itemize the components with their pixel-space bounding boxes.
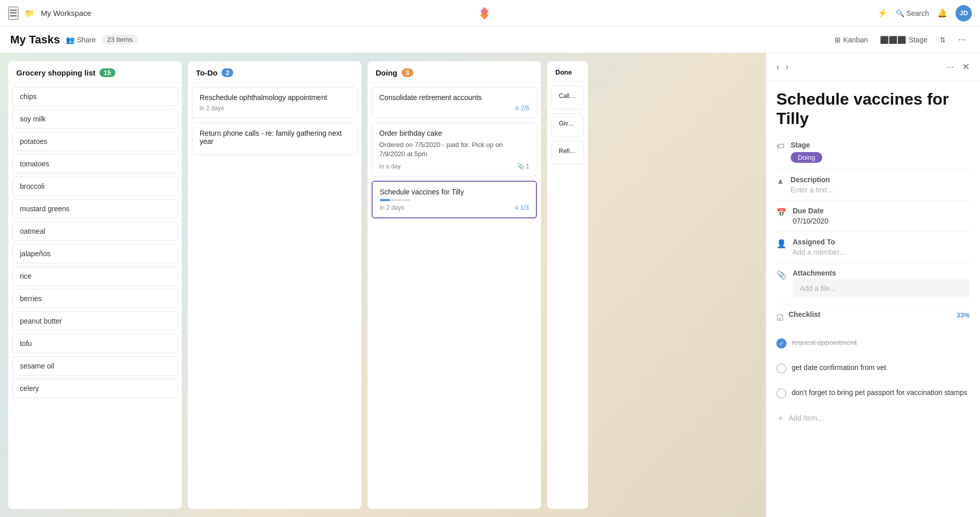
column-doing-title: Doing (376, 68, 398, 77)
kanban-board: Grocery shopping list 15 chips soy milk … (0, 53, 766, 517)
task-title: Consolidate retirement accounts (379, 93, 529, 102)
list-item[interactable]: broccoli (12, 177, 178, 196)
due-date-content: Due Date 07/10/2020 (793, 207, 970, 225)
due-tag: in 2 days (380, 204, 404, 211)
task-title: Refill v... (559, 147, 576, 155)
description-section: ▲ Description Enter a text... (776, 169, 970, 201)
panel-close-button[interactable]: ✕ (960, 59, 972, 75)
checkbox-1[interactable]: ✓ (776, 338, 787, 349)
folder-icon: 📁 (24, 8, 35, 18)
notifications-icon[interactable]: 🔔 (937, 8, 947, 18)
activity-icon[interactable]: ⚡ (877, 8, 888, 18)
panel-title: Schedule vaccines for Tilly (766, 81, 980, 135)
nav-center (97, 6, 871, 20)
share-button[interactable]: 👥 Share (66, 36, 95, 44)
task-card-give[interactable]: Give d... (551, 113, 584, 137)
assigned-to-section: 👤 Assigned To Add a member... (776, 232, 970, 263)
kanban-view-button[interactable]: ⊞ Kanban (830, 34, 872, 46)
calendar-icon: 📅 (776, 208, 787, 217)
stage-icon: ⬛⬛⬛ (880, 36, 906, 44)
panel-body: 🏷 Stage Doing ▲ Description Enter a text… (766, 135, 980, 444)
task-progress: ≡ 1/3 (514, 204, 529, 211)
task-desc: Ordered on 7/5/2020 - paid for. Pick up … (379, 140, 529, 159)
search-button[interactable]: 🔍 Search (896, 9, 929, 17)
sub-header: My Tasks 👥 Share 23 Items ⊞ Kanban ⬛⬛⬛ S… (0, 27, 980, 53)
stage-content: Stage Doing (791, 141, 970, 163)
list-item[interactable]: celery (12, 379, 178, 398)
checklist-header: Checklist 33% (789, 310, 970, 321)
attachments-content: Attachments Add a file... (793, 269, 970, 298)
hamburger-menu[interactable]: ☰ (8, 7, 18, 20)
list-icon: ≡ (514, 204, 518, 211)
column-grocery-title: Grocery shopping list (16, 68, 95, 77)
column-todo: To-Do 2 Reschedule ophthalmology appoint… (188, 61, 361, 509)
main-content: Grocery shopping list 15 chips soy milk … (0, 53, 980, 517)
list-item[interactable]: soy milk (12, 109, 178, 129)
stage-view-button[interactable]: ⬛⬛⬛ Stage (876, 34, 932, 46)
stage-badge[interactable]: Doing (791, 152, 822, 163)
avatar[interactable]: JD (955, 5, 972, 21)
panel-forward-button[interactable]: › (783, 60, 791, 75)
due-date-section: 📅 Due Date 07/10/2020 (776, 201, 970, 232)
list-item[interactable]: sesame oil (12, 356, 178, 376)
checkbox-3[interactable] (776, 388, 787, 399)
checklist-item-text-3: don't forget to bring pet passport for v… (792, 388, 967, 398)
list-item[interactable]: oatmeal (12, 221, 178, 241)
task-meta: in 2 days ≡ 1/3 (380, 204, 529, 211)
due-date-value[interactable]: 07/10/2020 (793, 217, 970, 225)
task-card-vaccines[interactable]: Schedule vaccines for Tilly in 2 days ≡ … (372, 181, 537, 218)
list-item[interactable]: tofu (12, 334, 178, 353)
due-tag: in a day (379, 163, 401, 170)
list-item[interactable]: chips (12, 87, 178, 106)
checklist-item-1: ✓ request appointment (776, 334, 857, 353)
list-item[interactable]: rice (12, 266, 178, 286)
more-options-button[interactable]: ··· (954, 32, 970, 47)
panel-back-button[interactable]: ‹ (774, 60, 781, 75)
column-todo-count: 2 (222, 68, 233, 77)
task-card-phone-calls[interactable]: Return phone calls - re: family gatherin… (192, 122, 357, 155)
share-icon: 👥 (66, 36, 75, 44)
column-done-title: Done (555, 68, 572, 76)
task-card-refill[interactable]: Refill v... (551, 141, 584, 164)
items-count: 23 Items (102, 35, 138, 44)
task-title: Order birthday cake (379, 129, 529, 137)
workspace-name: My Workspace (41, 9, 91, 17)
column-grocery-header: Grocery shopping list 15 (8, 61, 182, 83)
sort-button[interactable]: ⇅ (936, 34, 950, 46)
top-nav: ☰ 📁 My Workspace ⚡ 🔍 Search 🔔 JD (0, 0, 980, 27)
list-item[interactable]: tomatoes (12, 154, 178, 174)
view-controls: ⊞ Kanban ⬛⬛⬛ Stage ⇅ ··· (830, 32, 970, 47)
list-icon: ≡ (515, 105, 519, 112)
list-item[interactable]: berries (12, 289, 178, 308)
column-done-body: Call Le... Give d... Refill v... (547, 82, 588, 509)
task-card-consolidate[interactable]: Consolidate retirement accounts ≡ 2/5 (372, 87, 537, 118)
attachments-icon: 📎 (776, 270, 787, 280)
task-progress: ≡ 2/5 (515, 105, 529, 112)
add-file-button[interactable]: Add a file... (793, 279, 970, 298)
checklist-item-3: don't forget to bring pet passport for v… (776, 384, 967, 403)
add-checklist-item[interactable]: ＋ Add Item... (776, 409, 823, 428)
column-grocery-body: chips soy milk potatoes tomatoes broccol… (8, 83, 182, 509)
progress-text: 2/5 (521, 105, 529, 112)
task-title: Reschedule ophthalmology appointment (200, 93, 350, 102)
task-card-reschedule[interactable]: Reschedule ophthalmology appointment in … (192, 87, 357, 118)
list-item[interactable]: potatoes (12, 132, 178, 151)
column-doing-header: Doing 3 (368, 61, 541, 83)
task-meta: in 2 days (200, 105, 350, 112)
kanban-icon: ⊞ (835, 36, 841, 44)
column-grocery: Grocery shopping list 15 chips soy milk … (8, 61, 182, 509)
list-item[interactable]: peanut butter (12, 311, 178, 331)
panel-top-bar: ‹ › ··· ✕ (766, 53, 980, 81)
task-card-birthday-cake[interactable]: Order birthday cake Ordered on 7/5/2020 … (372, 122, 537, 177)
task-title: Return phone calls - re: family gatherin… (200, 129, 350, 145)
progress-bar (380, 199, 390, 201)
column-doing: Doing 3 Consolidate retirement accounts … (368, 61, 541, 509)
task-card-call[interactable]: Call Le... (551, 86, 584, 109)
checkbox-2[interactable] (776, 363, 787, 374)
list-item[interactable]: mustard greens (12, 199, 178, 218)
task-meta: in a day 📎 1 (379, 163, 529, 170)
panel-more-button[interactable]: ··· (944, 60, 956, 75)
column-todo-title: To-Do (196, 68, 217, 77)
column-todo-body: Reschedule ophthalmology appointment in … (188, 83, 361, 509)
list-item[interactable]: jalapeños (12, 244, 178, 263)
